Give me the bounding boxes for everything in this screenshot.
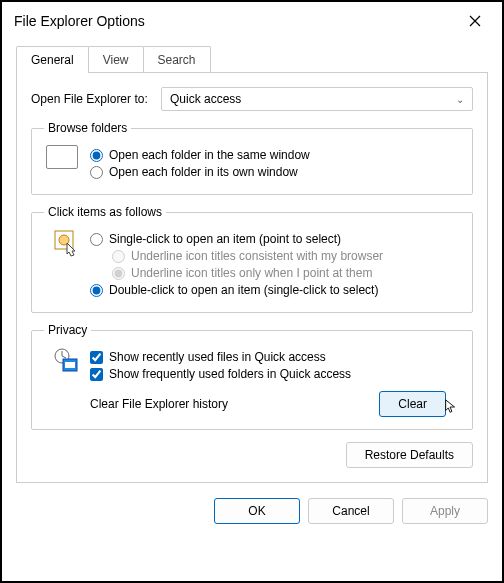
svg-rect-4 [65,362,75,368]
open-to-select[interactable]: Quick access ⌄ [161,87,473,111]
chevron-down-icon: ⌄ [456,94,464,105]
open-to-value: Quick access [170,92,241,106]
click-items-legend: Click items as follows [44,205,166,219]
radio-own-window-label: Open each folder in its own window [109,165,298,179]
ok-button[interactable]: OK [214,498,300,524]
radio-same-window-label: Open each folder in the same window [109,148,310,162]
privacy-legend: Privacy [44,323,91,337]
open-to-label: Open File Explorer to: [31,92,161,106]
tab-search[interactable]: Search [143,46,211,73]
click-icon [44,229,90,300]
radio-double-click[interactable] [90,284,103,297]
radio-same-window[interactable] [90,149,103,162]
browse-folders-group: Browse folders Open each folder in the s… [31,121,473,195]
apply-button: Apply [402,498,488,524]
checkbox-frequent-folders-label: Show frequently used folders in Quick ac… [109,367,351,381]
checkbox-recent-files-label: Show recently used files in Quick access [109,350,326,364]
click-items-group: Click items as follows Single-click to o… [31,205,473,313]
cancel-button[interactable]: Cancel [308,498,394,524]
radio-single-click-label: Single-click to open an item (point to s… [109,232,341,246]
browse-folders-legend: Browse folders [44,121,131,135]
radio-single-click[interactable] [90,233,103,246]
tab-view[interactable]: View [88,46,144,73]
radio-underline-point [112,267,125,280]
privacy-group: Privacy Show recently used files in Quic… [31,323,473,430]
clear-button[interactable]: Clear [379,391,446,417]
tab-panel-general: Open File Explorer to: Quick access ⌄ Br… [16,72,488,483]
clear-history-label: Clear File Explorer history [90,397,379,411]
radio-underline-browser-label: Underline icon titles consistent with my… [131,249,383,263]
restore-defaults-button[interactable]: Restore Defaults [346,442,473,468]
radio-own-window[interactable] [90,166,103,179]
titlebar: File Explorer Options [2,2,502,38]
close-icon [469,15,481,27]
tab-general[interactable]: General [16,46,89,73]
radio-underline-point-label: Underline icon titles only when I point … [131,266,372,280]
close-button[interactable] [460,9,490,33]
dialog-footer: OK Cancel Apply [2,492,502,536]
checkbox-frequent-folders[interactable] [90,368,103,381]
radio-underline-browser [112,250,125,263]
privacy-icon [44,347,90,417]
window-title: File Explorer Options [14,13,145,29]
cursor-icon [444,399,458,415]
radio-double-click-label: Double-click to open an item (single-cli… [109,283,378,297]
tab-bar: General View Search [16,46,488,73]
checkbox-recent-files[interactable] [90,351,103,364]
folder-icon [44,145,90,182]
